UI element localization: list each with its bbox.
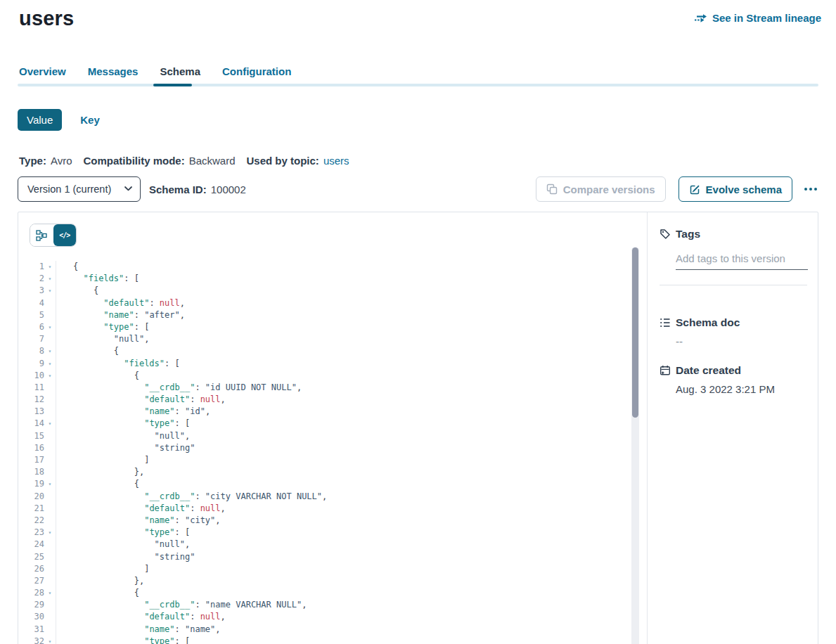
line-number: 21 — [18, 503, 44, 515]
code-line: 31 "name": "name", — [18, 624, 647, 636]
code-line: 5 "name": "after", — [18, 309, 647, 321]
topic-link[interactable]: users — [323, 155, 349, 167]
stream-lineage-link[interactable]: See in Stream lineage — [695, 12, 821, 24]
code-text: "default": null, — [56, 394, 226, 406]
fold-spacer — [44, 551, 56, 563]
tab-schema[interactable]: Schema — [160, 65, 200, 77]
editor-view-toggle: </> — [30, 224, 77, 247]
line-number: 8 — [18, 345, 44, 357]
fold-spacer — [44, 503, 56, 515]
code-text: { — [56, 261, 78, 273]
meta-compatibility: Compatibility mode: Backward — [83, 155, 235, 167]
editor-scrollbar[interactable] — [631, 247, 639, 644]
code-line: 13 "name": "id", — [18, 406, 647, 418]
tags-section: Tags — [660, 228, 807, 285]
code-text: "default": null, — [56, 611, 226, 623]
code-text: { — [56, 370, 139, 382]
sidebar-divider — [660, 285, 807, 285]
date-created-section: Date created Aug. 3 2022 3:21 PM — [660, 364, 807, 395]
code-line: 4 "default": null, — [18, 297, 647, 309]
fold-toggle-icon[interactable]: ▾ — [44, 418, 56, 430]
compare-versions-button[interactable]: Compare versions — [536, 176, 666, 202]
fold-toggle-icon[interactable]: ▾ — [44, 285, 56, 297]
tab-overview[interactable]: Overview — [19, 65, 66, 77]
fold-toggle-icon[interactable]: ▾ — [44, 636, 56, 644]
code-line: 15 "null", — [18, 430, 647, 442]
code-text: "name": "city", — [56, 515, 221, 527]
fold-toggle-icon[interactable]: ▾ — [44, 587, 56, 599]
line-number: 11 — [18, 382, 44, 394]
code-text: "__crdb__": "id UUID NOT NULL", — [56, 382, 302, 394]
code-text: "fields": [ — [56, 273, 139, 285]
tags-heading: Tags — [676, 228, 700, 240]
fold-toggle-icon[interactable]: ▾ — [44, 358, 56, 370]
code-view-icon: </> — [59, 231, 70, 239]
schema-id-value: 100002 — [211, 183, 246, 195]
code-line: 12 "default": null, — [18, 394, 647, 406]
fold-spacer — [44, 563, 56, 575]
code-text: "name": "after", — [56, 309, 185, 321]
fold-spacer — [44, 515, 56, 527]
fold-spacer — [44, 297, 56, 309]
code-line: 22 "name": "city", — [18, 515, 647, 527]
code-view-button[interactable]: </> — [53, 224, 77, 246]
line-number: 27 — [18, 575, 44, 587]
more-options-button[interactable] — [803, 183, 818, 195]
code-text: ] — [56, 454, 149, 466]
code-line: 2▾ "fields": [ — [18, 273, 647, 285]
code-text: { — [56, 345, 119, 357]
code-text: "null", — [56, 430, 190, 442]
compare-versions-icon — [546, 183, 558, 195]
date-created-heading-row: Date created — [660, 364, 807, 377]
tree-view-button[interactable] — [30, 224, 53, 246]
fold-toggle-icon[interactable]: ▾ — [44, 527, 56, 539]
code-line: 20 "__crdb__": "city VARCHAR NOT NULL", — [18, 491, 647, 503]
fold-toggle-icon[interactable]: ▾ — [44, 478, 56, 490]
add-tags-input[interactable] — [676, 250, 808, 270]
tags-heading-row: Tags — [660, 228, 807, 240]
code-line: 24 "null", — [18, 539, 647, 550]
fold-toggle-icon[interactable]: ▾ — [44, 345, 56, 357]
key-tab-link[interactable]: Key — [80, 114, 100, 126]
line-number: 29 — [18, 599, 44, 611]
editor-scrollbar-thumb[interactable] — [632, 247, 638, 418]
page-title: users — [19, 7, 74, 30]
line-number: 20 — [18, 491, 44, 503]
code-line: 21 "default": null, — [18, 503, 647, 515]
line-number: 26 — [18, 563, 44, 575]
line-number: 23 — [18, 527, 44, 539]
meta-used-by-topic: Used by topic: users — [247, 155, 349, 167]
fold-toggle-icon[interactable]: ▾ — [44, 321, 56, 333]
version-select[interactable]: Version 1 (current) — [18, 176, 141, 202]
tab-configuration[interactable]: Configuration — [222, 65, 291, 77]
fold-toggle-icon[interactable]: ▾ — [44, 261, 56, 273]
value-tab-button[interactable]: Value — [18, 109, 62, 131]
line-number: 17 — [18, 454, 44, 466]
code-text: "default": null, — [56, 297, 185, 309]
fold-toggle-icon[interactable]: ▾ — [44, 370, 56, 382]
code-text: ] — [56, 563, 149, 575]
line-number: 4 — [18, 297, 44, 309]
evolve-schema-button[interactable]: Evolve schema — [679, 176, 792, 202]
line-number: 10 — [18, 370, 44, 382]
fold-toggle-icon[interactable]: ▾ — [44, 273, 56, 285]
line-number: 30 — [18, 611, 44, 623]
evolve-schema-label: Evolve schema — [706, 183, 782, 195]
code-text: "__crdb__": "city VARCHAR NOT NULL", — [56, 491, 327, 503]
code-text: }, — [56, 466, 144, 478]
line-number: 13 — [18, 406, 44, 418]
schema-id-label: Schema ID: — [149, 183, 207, 195]
schema-editor[interactable]: </> 1▾{2▾ "fields": [3▾ {4 "default": nu… — [18, 212, 647, 644]
used-by-topic-label: Used by topic: — [247, 155, 319, 167]
calendar-plus-icon — [660, 365, 671, 376]
line-number: 15 — [18, 430, 44, 442]
compatibility-label: Compatibility mode: — [83, 155, 184, 167]
tab-rule — [18, 84, 818, 86]
date-created-heading: Date created — [676, 364, 741, 377]
line-number: 2 — [18, 273, 44, 285]
tab-messages[interactable]: Messages — [88, 65, 139, 77]
line-number: 5 — [18, 309, 44, 321]
code-text: "type": [ — [56, 418, 190, 430]
compare-versions-label: Compare versions — [563, 183, 655, 195]
code-line: 23▾ "type": [ — [18, 527, 647, 539]
